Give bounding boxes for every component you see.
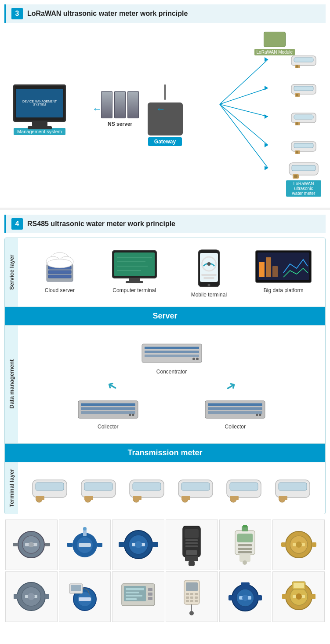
- svg-point-178: [242, 595, 248, 601]
- product-icon-2: [67, 525, 102, 565]
- svg-rect-77: [36, 483, 64, 490]
- svg-rect-167: [186, 596, 189, 599]
- svg-rect-87: [133, 496, 141, 500]
- concentrator-label: Concentrator: [156, 369, 187, 375]
- svg-rect-59: [145, 347, 199, 349]
- svg-point-37: [47, 259, 72, 268]
- section4-title: RS485 ultrasonic water meter work princi…: [27, 220, 175, 228]
- section4-header: 4 RS485 ultrasonic water meter work prin…: [4, 215, 326, 233]
- lorawan-diagram: LoRaWAN Module: [4, 27, 326, 199]
- svg-rect-158: [126, 598, 137, 600]
- svg-rect-79: [36, 496, 44, 500]
- svg-rect-5: [294, 86, 313, 91]
- svg-rect-56: [266, 257, 271, 277]
- collector2-node: Collector: [204, 398, 266, 430]
- svg-rect-189: [294, 583, 304, 588]
- svg-rect-172: [195, 600, 198, 602]
- product-icon-3: [119, 526, 158, 564]
- svg-rect-129: [238, 544, 252, 546]
- product-icon-8: [67, 577, 102, 617]
- concentrator-icon: [141, 340, 203, 366]
- cloud-server-label: Cloud server: [45, 287, 75, 293]
- svg-rect-66: [81, 407, 135, 410]
- svg-rect-67: [81, 411, 135, 414]
- monitor-icon: DEVICE MANAGEMENT SYSTEM: [13, 84, 66, 122]
- svg-line-24: [220, 104, 268, 168]
- svg-point-185: [296, 593, 302, 600]
- water-meter-3: [290, 109, 317, 125]
- svg-rect-13: [294, 143, 313, 148]
- transmission-banner: Transmission meter: [5, 443, 325, 462]
- terminal-meter-5: [225, 475, 264, 503]
- svg-point-75: [259, 414, 261, 416]
- svg-rect-169: [195, 596, 198, 599]
- product-7: [5, 571, 58, 622]
- svg-rect-83: [84, 496, 93, 500]
- svg-rect-108: [79, 543, 91, 547]
- ns-server-node: NS server: [101, 91, 139, 127]
- svg-rect-124: [186, 550, 197, 555]
- terminal-layer-row: Terminal layer: [5, 462, 325, 514]
- product-11: [219, 571, 272, 622]
- svg-rect-57: [272, 266, 278, 277]
- svg-point-135: [243, 560, 247, 565]
- arrow-to-collector2: ➜: [223, 377, 239, 395]
- lorawan-module-icon: [264, 32, 286, 47]
- svg-point-69: [132, 414, 134, 416]
- svg-rect-147: [45, 594, 49, 599]
- terminal-meter-3: [127, 475, 167, 503]
- svg-rect-55: [259, 262, 265, 277]
- svg-rect-120: [185, 529, 199, 538]
- svg-rect-65: [81, 403, 135, 406]
- svg-rect-17: [292, 165, 315, 171]
- svg-rect-85: [133, 483, 161, 490]
- svg-point-19: [294, 175, 297, 178]
- svg-rect-91: [181, 496, 190, 500]
- svg-rect-122: [185, 542, 198, 544]
- svg-rect-166: [195, 593, 198, 595]
- svg-rect-126: [189, 561, 195, 566]
- svg-point-74: [256, 414, 258, 416]
- svg-rect-156: [126, 592, 139, 593]
- lorawan-meter-label: LoRaWAN ultrasonic water meter: [286, 180, 321, 197]
- cloud-server-item: Cloud server: [27, 249, 93, 293]
- svg-rect-93: [230, 483, 258, 490]
- svg-rect-97: [279, 483, 307, 490]
- product-icon-7: [13, 578, 50, 615]
- svg-rect-32: [48, 271, 71, 274]
- svg-rect-157: [126, 595, 142, 596]
- water-meter-icon-3: [290, 109, 317, 125]
- product-icon-6: [281, 526, 316, 564]
- big-data-item: Big data platform: [250, 249, 316, 293]
- product-icon-1: [13, 526, 50, 564]
- cloud-server-icon: [38, 249, 82, 284]
- lorawan-module-label: LoRaWAN Module: [254, 49, 295, 55]
- terminal-meter-1: [30, 475, 70, 503]
- terminal-layer-content: [18, 462, 325, 514]
- svg-point-174: [189, 611, 194, 615]
- service-layer-label: Service layer: [5, 238, 18, 307]
- svg-rect-159: [148, 588, 152, 591]
- product-icon-5: [231, 524, 259, 566]
- svg-rect-109: [67, 543, 73, 547]
- service-layer-content: Cloud server: [18, 238, 325, 307]
- svg-rect-81: [84, 483, 112, 490]
- svg-point-68: [129, 414, 131, 416]
- svg-rect-51: [203, 277, 214, 279]
- svg-marker-29: [265, 166, 268, 170]
- arrow-ns-to-mgmt: ←: [92, 103, 102, 115]
- water-meter-icon-4: [290, 137, 317, 154]
- svg-rect-73: [208, 411, 262, 414]
- lorawan-layout: LoRaWAN Module: [9, 27, 321, 190]
- data-management-label: Data management: [5, 326, 18, 443]
- ns-server-label: NS server: [108, 121, 132, 127]
- svg-point-49: [207, 262, 210, 266]
- product-12: [272, 571, 325, 622]
- svg-point-139: [296, 542, 302, 548]
- svg-rect-160: [148, 593, 152, 596]
- water-meter-4: [290, 137, 317, 154]
- product-6: [272, 520, 325, 570]
- product-icon-12: [281, 578, 316, 615]
- svg-line-20: [220, 59, 268, 104]
- svg-rect-117: [119, 542, 125, 547]
